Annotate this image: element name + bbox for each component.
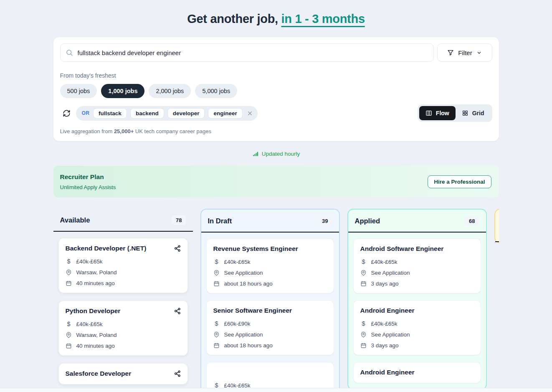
job-salary: $£40k-£65k xyxy=(213,258,327,265)
job-time-text: about 18 hours ago xyxy=(224,342,273,349)
job-title: Salesforce Developer xyxy=(66,369,181,378)
column-draft: In Draft39Revenue Systems Engineer$£40k-… xyxy=(200,209,340,392)
job-location: Warsaw, Poland xyxy=(66,331,181,338)
map-pin-icon xyxy=(360,331,367,338)
column-card-list: Backend Developer (.NET)$£40k-£65kWarsaw… xyxy=(53,232,193,391)
job-title: Android Software Engineer xyxy=(360,245,474,253)
banner-title: Recruiter Plan xyxy=(60,173,116,181)
view-toggle-grid-label: Grid xyxy=(472,110,484,116)
job-card[interactable]: Senior Software Engineer$£60k-£90kSee Ap… xyxy=(206,300,334,355)
timeframe-link[interactable]: in 1 - 3 months xyxy=(281,12,365,25)
dollar-icon: $ xyxy=(213,258,220,265)
banner-subtitle: Unlimited Apply Assists xyxy=(60,184,116,190)
calendar-icon xyxy=(66,342,72,349)
job-salary-text: £40k-£65k xyxy=(76,258,103,265)
kanban-board: Available78Backend Developer (.NET)$£40k… xyxy=(53,209,499,392)
calendar-icon xyxy=(360,342,367,349)
job-time-text: 3 days ago xyxy=(371,342,399,349)
job-time: about 18 hours ago xyxy=(213,342,327,349)
job-salary: $£40k-£65k xyxy=(66,321,181,327)
job-card[interactable]: Backend Developer (.NET)$£40k-£65kWarsaw… xyxy=(58,238,188,293)
job-count-pill[interactable]: 2,000 jobs xyxy=(149,84,191,98)
job-card[interactable]: Android Software Engineer$£40k-£65kSee A… xyxy=(353,238,481,293)
operator-label: OR xyxy=(82,110,90,116)
job-card[interactable]: Android Engineer$£40k-£65kSee Applicatio… xyxy=(353,300,481,355)
keyword-chip[interactable]: fullstack xyxy=(93,108,127,119)
share-icon[interactable] xyxy=(174,370,181,377)
columns-icon xyxy=(425,110,432,116)
calendar-icon xyxy=(213,280,220,287)
keyword-chip[interactable]: engineer xyxy=(208,108,242,119)
column-applied: Applied68Android Software Engineer$£40k-… xyxy=(347,209,487,390)
job-title: Senior Software Engineer xyxy=(213,306,327,315)
close-icon[interactable] xyxy=(247,110,253,116)
job-time: 40 minutes ago xyxy=(66,342,181,349)
column-header: Available78 xyxy=(53,209,193,232)
calendar-icon xyxy=(213,342,220,349)
job-location-text: Warsaw, Poland xyxy=(76,332,117,338)
job-salary-text: £40k-£65k xyxy=(76,321,103,327)
hire-professional-button[interactable]: Hire a Professional xyxy=(428,175,491,188)
column-header: In Draft39 xyxy=(201,210,339,233)
job-count-pill[interactable]: 1,000 jobs xyxy=(101,84,144,98)
job-count-pill[interactable]: 500 jobs xyxy=(60,84,97,98)
job-card[interactable]: Python Developer$£40k-£65kWarsaw, Poland… xyxy=(58,301,188,356)
horizontal-scrollbar[interactable] xyxy=(0,388,552,392)
keyword-chip[interactable]: backend xyxy=(130,108,164,119)
share-icon[interactable] xyxy=(174,245,181,252)
share-icon[interactable] xyxy=(174,307,181,315)
page-title: Get another job, in 1 - 3 months xyxy=(0,0,552,26)
job-card[interactable]: Salesforce Developer xyxy=(58,363,188,384)
aggregation-note: Live aggregation from 25,000+ UK tech co… xyxy=(60,128,492,134)
job-title: Revenue Systems Engineer xyxy=(213,245,327,253)
column-next xyxy=(494,209,499,243)
map-pin-icon xyxy=(213,331,220,338)
dollar-icon: $ xyxy=(66,258,72,265)
search-input[interactable] xyxy=(60,43,434,62)
job-time-text: 40 minutes ago xyxy=(76,343,115,349)
job-time-text: 3 days ago xyxy=(371,281,399,287)
column-count-badge: 39 xyxy=(318,216,332,226)
job-salary-text: £40k-£65k xyxy=(371,321,398,327)
dollar-icon: $ xyxy=(66,321,72,327)
refresh-icon[interactable] xyxy=(63,109,71,117)
column-title: Available xyxy=(60,216,90,224)
column-title: Applied xyxy=(355,217,380,225)
job-title: Python Developer xyxy=(66,307,181,315)
view-toggle-flow[interactable]: Flow xyxy=(419,106,456,120)
job-salary: $£40k-£65k xyxy=(66,258,181,265)
job-time: 3 days ago xyxy=(360,280,474,287)
column-count-badge: 68 xyxy=(465,216,479,226)
job-salary: $£40k-£65k xyxy=(360,320,474,327)
job-location-text: See Application xyxy=(371,270,410,276)
job-location: See Application xyxy=(213,331,327,338)
job-time: 3 days ago xyxy=(360,342,474,349)
map-pin-icon xyxy=(360,269,367,276)
search-card: Filter From today's freshest 500 jobs1,0… xyxy=(53,37,499,141)
page-title-text: Get another job, xyxy=(187,12,281,25)
keyword-chip-list: fullstackbackenddeveloperengineer xyxy=(93,108,243,119)
grid-icon xyxy=(462,110,468,116)
view-toggle: FlowGrid xyxy=(418,104,492,122)
column-header: Applied68 xyxy=(348,210,486,233)
job-location: See Application xyxy=(360,269,474,276)
keyword-chip[interactable]: developer xyxy=(167,108,205,119)
dollar-icon: $ xyxy=(360,320,367,327)
column-card-list: Revenue Systems Engineer$£40k-£65kSee Ap… xyxy=(201,233,339,392)
job-card[interactable]: Revenue Systems Engineer$£40k-£65kSee Ap… xyxy=(206,238,334,293)
job-time-text: about 18 hours ago xyxy=(224,281,273,287)
job-salary-text: £60k-£90k xyxy=(224,321,251,327)
job-location-text: See Application xyxy=(371,331,410,338)
view-toggle-flow-label: Flow xyxy=(436,110,449,116)
job-count-pill[interactable]: 5,000 jobs xyxy=(195,84,237,98)
freshness-label: From today's freshest xyxy=(60,72,492,79)
filter-button[interactable]: Filter xyxy=(437,43,492,62)
job-card[interactable]: Android Engineer xyxy=(353,362,481,383)
view-toggle-grid[interactable]: Grid xyxy=(456,106,491,120)
job-time-text: 40 minutes ago xyxy=(76,280,115,286)
job-salary-text: £40k-£65k xyxy=(371,259,398,265)
recruiter-plan-banner: Recruiter Plan Unlimited Apply Assists H… xyxy=(53,166,499,197)
job-title: Android Engineer xyxy=(360,368,474,377)
column-available: Available78Backend Developer (.NET)$£40k… xyxy=(53,209,193,391)
map-pin-icon xyxy=(66,269,72,276)
